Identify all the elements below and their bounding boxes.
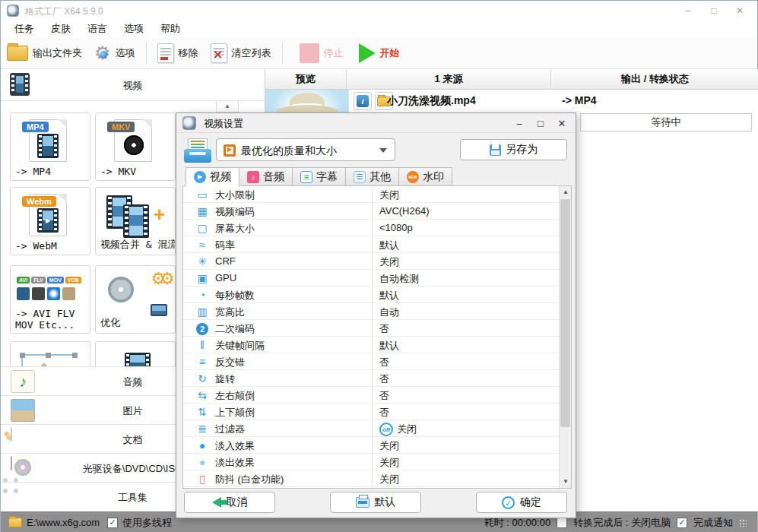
start-button[interactable]: 开始 [359, 43, 400, 63]
format-tile--[interactable]: +视频合并 & 混流 [95, 187, 176, 255]
preset-drawer-icon[interactable] [184, 138, 211, 163]
setting-row-video-codec[interactable]: ▦视频编码AVC(H264) [183, 203, 560, 220]
setting-row-filter[interactable]: ≣过滤器off关闭 [183, 420, 560, 437]
task-target-format: -> MP4 [562, 94, 597, 106]
setting-value[interactable]: 否 [379, 372, 389, 386]
setting-row-flip-vertical[interactable]: ⇅上下颠倒否 [183, 404, 560, 420]
clear-list-button[interactable]: ✕ 清空列表 [211, 43, 271, 63]
setting-row-rotate[interactable]: ↻旋转否 [183, 370, 560, 387]
setting-value[interactable]: 否 [379, 406, 389, 420]
output-path-item[interactable]: E:\www.x6g.com [8, 517, 100, 528]
setting-value[interactable]: 默认 [379, 339, 399, 353]
setting-value[interactable]: AVC(H264) [379, 205, 430, 217]
filter-icon: ≣ [195, 422, 209, 435]
output-folder-button[interactable]: 输出文件夹 [7, 46, 82, 61]
setting-value[interactable]: 关闭 [379, 473, 399, 486]
format-tile--mp4[interactable]: MP4-> MP4 [10, 112, 90, 181]
flip-horizontal-icon: ⇆ [195, 388, 209, 402]
setting-row-size-limit[interactable]: ▭大小限制关闭 [183, 186, 560, 203]
setting-row-fps[interactable]: ◔每秒帧数默认 [183, 287, 560, 303]
video-settings-dialog: 视频设置 – □ ✕ 最优化的质量和大小 另存为 视频音频字幕其他NEW水印 ▭… [176, 112, 576, 518]
menu-item-0[interactable]: 任务 [14, 22, 34, 36]
output-folder-icon [7, 46, 28, 61]
format-tile--avi-flv-mov-etc-[interactable]: AVIFLVMOVVOB-> AVI FLV MOV Etc... [10, 265, 90, 334]
shutdown-checkbox[interactable] [557, 518, 567, 528]
minimize-button[interactable]: – [675, 1, 701, 21]
menu-item-2[interactable]: 语言 [87, 22, 107, 36]
tab-other[interactable]: 其他 [345, 167, 398, 186]
setting-value[interactable]: 默认 [379, 289, 399, 302]
setting-value[interactable]: 否 [379, 322, 389, 336]
setting-value[interactable]: 自动 [379, 306, 399, 319]
setting-row-bitrate[interactable]: ≈码率默认 [183, 236, 560, 253]
settings-scrollbar[interactable]: ▲ ▼ [559, 186, 571, 488]
setting-row-crf[interactable]: ✳CRF关闭 [183, 253, 560, 270]
setting-value[interactable]: 关闭 [379, 255, 399, 269]
save-as-button[interactable]: 另存为 [460, 139, 567, 160]
scrollbar-thumb[interactable] [560, 199, 570, 427]
multithread-option[interactable]: ✓ 使用多线程 [107, 516, 172, 530]
shutdown-label: 转换完成后 : 关闭电脑 [573, 516, 671, 530]
remove-button[interactable]: 移除 [157, 43, 198, 63]
setting-value[interactable]: 关闭 [379, 439, 399, 453]
maximize-button[interactable]: □ [701, 1, 727, 21]
setting-value[interactable]: 否 [379, 356, 389, 369]
setting-value[interactable]: <1080p [379, 222, 413, 233]
task-filename: 小刀洗澡视频.mp4 [387, 94, 476, 108]
close-button[interactable]: ✕ [727, 1, 753, 21]
stop-button[interactable]: 停止 [300, 43, 344, 63]
setting-row-keyframe-interval[interactable]: ‖关键帧间隔默认 [183, 337, 560, 353]
task-status-badge: 等待中 [580, 113, 752, 131]
tab-watermark[interactable]: NEW水印 [398, 167, 452, 186]
dialog-close-button[interactable]: ✕ [551, 113, 572, 133]
default-button[interactable]: 默认 [330, 492, 421, 513]
setting-value[interactable]: 关闭 [379, 188, 399, 202]
setting-row-deinterlace[interactable]: ≡反交错否 [183, 353, 560, 370]
scroll-up-icon[interactable]: ▲ [560, 186, 572, 198]
video-category-header[interactable]: 视频 [1, 69, 265, 101]
dialog-minimize-button[interactable]: – [509, 113, 530, 133]
preset-combobox[interactable]: 最优化的质量和大小 [216, 138, 395, 161]
deinterlace-icon: ≡ [195, 355, 209, 369]
screen-size-icon: ▢ [195, 221, 209, 235]
multithread-checkbox[interactable]: ✓ [107, 518, 118, 528]
dialog-title-bar[interactable]: 视频设置 – □ ✕ [176, 113, 576, 133]
media-info-button[interactable]: i [354, 92, 372, 110]
setting-value[interactable]: 否 [379, 389, 389, 403]
setting-row-fade-in[interactable]: ●淡入效果关闭 [183, 437, 560, 454]
setting-row-aspect-ratio[interactable]: ▥宽高比自动 [183, 303, 560, 320]
column-output-state: 输出 / 转换状态 [551, 69, 758, 89]
tab-subtitle[interactable]: 字幕 [292, 167, 345, 186]
resize-grip[interactable] [739, 519, 747, 527]
setting-value[interactable]: 关闭 [379, 456, 399, 470]
notify-checkbox[interactable]: ✓ [677, 518, 687, 528]
menu-item-4[interactable]: 帮助 [160, 22, 180, 36]
video-category-label: 视频 [1, 79, 265, 93]
menu-item-1[interactable]: 皮肤 [51, 22, 71, 36]
format-tile--mkv[interactable]: MKV-> MKV [95, 112, 176, 181]
dialog-maximize-button[interactable]: □ [530, 113, 551, 133]
setting-value[interactable]: 自动检测 [379, 272, 419, 286]
check-circle-icon: ✓ [502, 496, 515, 509]
tab-audio[interactable]: 音频 [239, 167, 292, 186]
setting-value[interactable]: off关闭 [379, 423, 417, 436]
ok-button[interactable]: ✓ 确定 [476, 492, 567, 513]
menu-item-3[interactable]: 选项 [124, 22, 144, 36]
settings-tabs: 视频音频字幕其他NEW水印 [186, 167, 452, 186]
toolbar-separator [282, 42, 283, 65]
setting-row-flip-horizontal[interactable]: ⇆左右颠倒否 [183, 387, 560, 404]
options-button[interactable]: ⚙ 选项 [94, 44, 135, 62]
scroll-down-icon[interactable]: ▼ [560, 476, 572, 488]
setting-row-screen-size[interactable]: ▢屏幕大小<1080p [183, 220, 560, 236]
notify-label: 完成通知 [693, 516, 733, 530]
setting-value[interactable]: 默认 [379, 239, 399, 252]
setting-row-two-pass[interactable]: 2二次编码否 [183, 320, 560, 337]
cancel-button[interactable]: 取消 [184, 492, 275, 513]
tab-video[interactable]: 视频 [186, 167, 239, 186]
setting-row-stabilize[interactable]: ▯防抖 (白金功能)关闭 [183, 470, 560, 487]
format-tile--webm[interactable]: Webm▶-> WebM [10, 187, 90, 255]
setting-row-gpu[interactable]: ▣GPU自动检测 [183, 270, 560, 287]
setting-row-fade-out[interactable]: ●淡出效果关闭 [183, 454, 560, 470]
format-tile--[interactable]: ⚙⚙优化 [95, 265, 176, 334]
off-badge-icon: off [379, 423, 393, 436]
